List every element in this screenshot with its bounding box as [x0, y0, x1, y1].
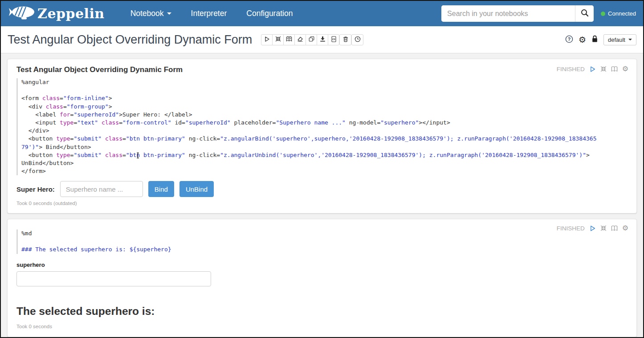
chevron-down-icon	[628, 39, 632, 40]
status-label: Connected	[608, 10, 636, 17]
nav-menu: Notebook Interpreter Configuration	[130, 9, 293, 18]
run-paragraph-button[interactable]	[589, 66, 596, 72]
help-icon: ?	[565, 35, 573, 44]
help-button[interactable]: ?	[565, 35, 573, 44]
delete-note-button[interactable]	[339, 34, 351, 45]
lock-icon	[591, 35, 598, 44]
code-line: <input type="text" class="form-control" …	[21, 119, 628, 127]
code-line: <button type="submit" class="btn btn-pri…	[21, 151, 628, 159]
clone-note-button[interactable]	[306, 34, 317, 45]
paragraph-angular-form: Test Angular Object Overriding Dynamic F…	[7, 59, 637, 213]
file-code-icon	[331, 36, 337, 44]
export-code-button[interactable]	[328, 34, 339, 45]
code-line: %angular	[21, 78, 628, 86]
top-navbar: Zeppelin Notebook Interpreter Configurat…	[1, 1, 643, 26]
notebook-search	[441, 5, 594, 22]
code-line: <form class="form-inline">	[21, 94, 628, 102]
nav-item-interpreter[interactable]: Interpreter	[191, 9, 227, 18]
code-line: UnBind</button>	[21, 159, 628, 167]
note-settings-controls: ? ⚙ default	[565, 34, 636, 45]
zeppelin-logo[interactable]: Zeppelin	[8, 4, 105, 24]
code-line: <div class="form-group">	[21, 103, 628, 111]
execution-time: Took 0 seconds	[16, 324, 628, 329]
note-content: Test Angular Object Overriding Dynamic F…	[1, 53, 643, 338]
shrink-icon	[275, 36, 281, 43]
code-line: ### The selected superhero is: ${superhe…	[21, 245, 628, 254]
nav-item-notebook[interactable]: Notebook	[130, 9, 171, 18]
note-settings-button[interactable]: ⚙	[579, 36, 586, 44]
toggle-output-button[interactable]	[283, 34, 295, 45]
note-button-group	[261, 34, 339, 45]
code-line	[21, 86, 628, 94]
run-all-button[interactable]	[261, 34, 273, 45]
status-dot-icon	[601, 12, 605, 16]
code-line: <label for="superheroId">Super Hero: </l…	[21, 111, 628, 119]
note-title: Test Angular Object Overriding Dynamic F…	[8, 33, 252, 47]
search-button[interactable]	[575, 5, 594, 22]
interpreter-binding-label: default	[608, 36, 625, 43]
play-icon	[264, 36, 270, 44]
gear-icon: ⚙	[579, 36, 586, 44]
mouse-cursor-ibeam	[136, 152, 140, 161]
code-editor[interactable]: %angular <form class="form-inline"> <div…	[16, 78, 628, 175]
code-line: </form>	[21, 167, 628, 175]
export-note-button[interactable]	[317, 34, 328, 45]
code-line: <button type="submit" class="btn btn-pri…	[21, 135, 628, 143]
connection-status: Connected	[601, 10, 636, 17]
angular-form-output: Super Hero: Bind UnBind	[16, 181, 628, 197]
paragraph-markdown: FINISHED	[7, 219, 637, 337]
code-line: 79')"> Bind</button>	[21, 143, 628, 151]
chevron-down-icon	[167, 12, 171, 15]
unbind-button[interactable]: UnBind	[179, 181, 214, 197]
zeppelin-blimp-icon	[8, 4, 36, 24]
search-icon	[581, 9, 589, 18]
clear-output-button[interactable]	[294, 34, 306, 45]
superhero-dynamic-input[interactable]	[16, 271, 211, 286]
clock-icon	[355, 36, 361, 44]
markdown-output-heading: The selected superhero is:	[16, 305, 628, 318]
bind-button[interactable]: Bind	[148, 181, 174, 197]
dynamic-form-label: superhero	[16, 262, 628, 268]
zeppelin-window: Zeppelin Notebook Interpreter Configurat…	[0, 0, 644, 338]
search-input[interactable]	[441, 5, 575, 22]
book-icon[interactable]	[611, 66, 618, 72]
note-action-bar: Test Angular Object Overriding Dynamic F…	[1, 26, 643, 53]
superhero-form-label: Super Hero:	[16, 185, 55, 193]
navbar-right: Connected	[441, 5, 636, 22]
brand-name: Zeppelin	[37, 6, 105, 21]
superhero-name-input[interactable]	[60, 181, 143, 197]
book-icon	[286, 36, 292, 43]
trash-icon	[342, 36, 349, 44]
code-line	[21, 237, 628, 245]
code-line: </div>	[21, 127, 628, 135]
toggle-code-button[interactable]	[272, 34, 284, 45]
nav-item-configuration[interactable]: Configuration	[246, 9, 293, 18]
status-badge: FINISHED	[557, 66, 585, 72]
paragraph-gear-icon[interactable]: ⚙	[622, 65, 628, 72]
code-line: %md	[21, 229, 628, 237]
svg-text:?: ?	[568, 36, 571, 41]
eraser-icon	[297, 36, 303, 43]
code-editor[interactable]: %md ### The selected superhero is: ${sup…	[16, 229, 628, 254]
copy-icon	[309, 36, 314, 43]
interpreter-binding-dropdown[interactable]: default	[603, 34, 636, 45]
paragraph-status-bar: FINISHED	[557, 65, 628, 72]
execution-time: Took 0 seconds (outdated)	[16, 201, 628, 206]
version-control-button[interactable]	[351, 34, 363, 45]
permissions-button[interactable]	[591, 35, 598, 44]
shrink-icon[interactable]	[600, 66, 607, 72]
paragraph-title: Test Angular Object Overriding Dynamic F…	[16, 65, 628, 74]
download-icon	[320, 36, 326, 43]
